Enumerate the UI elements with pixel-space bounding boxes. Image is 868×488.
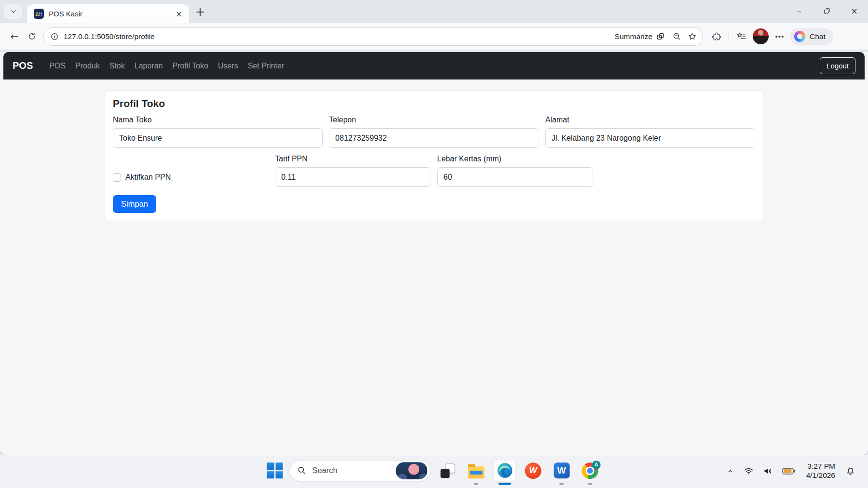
aktifkan-ppn-label: Aktifkan PPN <box>125 173 171 182</box>
logout-button[interactable]: Logout <box>820 57 855 74</box>
nav-item-stok[interactable]: Stok <box>105 62 130 70</box>
nav-item-laporan[interactable]: Laporan <box>130 62 168 70</box>
web-page: POS POS Produk Stok Laporan Profil Toko … <box>0 52 868 455</box>
refresh-icon <box>27 32 37 41</box>
field-nama-toko: Nama Toko <box>113 116 323 148</box>
copilot-summarize-icon <box>656 32 665 41</box>
favorites-star-list-icon <box>736 31 746 41</box>
taskbar-clock[interactable]: 3:27 PM 4/1/2026 <box>806 462 835 481</box>
field-telepon: Telepon <box>329 116 539 148</box>
windows-logo-icon <box>267 462 274 470</box>
wifi-icon <box>744 466 754 476</box>
chevron-down-icon <box>10 8 17 15</box>
wifi-button[interactable] <box>742 464 756 478</box>
field-tarif-ppn: Tarif PPN <box>275 155 431 187</box>
search-label: Search <box>312 466 396 475</box>
hidden-icons-chevron-button[interactable] <box>724 465 736 477</box>
aktifkan-ppn-checkbox[interactable] <box>113 173 121 182</box>
back-button[interactable]: ← <box>6 28 23 45</box>
taskbar-task-view-button[interactable] <box>437 460 459 482</box>
tab-strip: ΔH POS Kasir × + – × <box>0 0 868 23</box>
zoom-out-icon[interactable] <box>669 29 684 44</box>
nav-item-pos[interactable]: POS <box>44 62 70 70</box>
start-button[interactable] <box>267 462 284 479</box>
app-navbar: POS POS Produk Stok Laporan Profil Toko … <box>3 52 865 79</box>
taskbar-file-explorer-button[interactable] <box>465 460 488 482</box>
telepon-input[interactable] <box>329 128 539 148</box>
nav-item-set-printer[interactable]: Set Printer <box>243 62 289 70</box>
chrome-icon: A <box>582 462 598 479</box>
taskbar-search-box[interactable]: Search <box>290 460 431 481</box>
taskbar-wps-button[interactable]: W <box>522 460 544 482</box>
window-close-button[interactable]: × <box>841 0 868 22</box>
page-title: Profil Toko <box>113 98 755 109</box>
nama-toko-input[interactable] <box>113 128 323 148</box>
nav-item-produk[interactable]: Produk <box>70 62 105 70</box>
alamat-label: Alamat <box>545 116 755 124</box>
taskbar-chrome-button[interactable]: A <box>579 460 601 482</box>
profile-avatar[interactable] <box>753 28 769 44</box>
running-indicator <box>559 483 564 485</box>
tarif-ppn-input[interactable] <box>275 167 431 187</box>
alamat-input[interactable] <box>545 128 755 148</box>
speaker-icon <box>763 466 773 476</box>
save-button[interactable]: Simpan <box>113 195 156 213</box>
clock-date: 4/1/2026 <box>806 471 835 481</box>
favorites-bar-button[interactable] <box>732 28 750 45</box>
navbar-brand[interactable]: POS <box>13 60 33 71</box>
edge-icon <box>496 462 513 479</box>
word-icon: W <box>554 462 570 478</box>
copilot-icon <box>794 31 805 42</box>
settings-more-button[interactable]: ••• <box>772 28 788 45</box>
file-explorer-icon <box>468 466 485 478</box>
toolbar-divider <box>729 31 729 42</box>
battery-button[interactable] <box>780 465 797 476</box>
search-icon <box>298 466 307 475</box>
tab-close-button[interactable]: × <box>173 8 185 20</box>
nama-toko-label: Nama Toko <box>113 116 323 124</box>
running-indicator <box>588 483 592 485</box>
tarif-ppn-label: Tarif PPN <box>275 155 431 163</box>
field-aktifkan-ppn: Aktifkan PPN <box>113 155 269 187</box>
volume-button[interactable] <box>761 464 775 478</box>
add-favorite-star-icon[interactable] <box>684 29 700 44</box>
nav-item-users[interactable]: Users <box>213 62 243 70</box>
system-tray: 3:27 PM 4/1/2026 z <box>724 462 857 481</box>
chevron-up-icon <box>726 467 734 475</box>
restore-icon <box>824 8 830 14</box>
bell-dnd-icon: z <box>845 466 855 476</box>
field-lebar-kertas: Lebar Kertas (mm) <box>437 155 593 187</box>
site-info-icon[interactable] <box>50 32 59 41</box>
telepon-label: Telepon <box>329 116 539 124</box>
taskbar-word-button[interactable]: W <box>551 460 573 482</box>
window-minimize-button[interactable]: – <box>786 0 813 22</box>
chrome-profile-badge: A <box>592 461 601 469</box>
field-alamat: Alamat <box>545 116 755 148</box>
url-text: 127.0.0.1:5050/store/profile <box>64 32 615 41</box>
puzzle-icon <box>712 32 721 41</box>
profil-toko-card: Profil Toko Nama Toko Telepon Alamat <box>105 90 763 221</box>
summarize-button[interactable]: Summarize <box>615 32 665 41</box>
browser-tab-pos-kasir[interactable]: ΔH POS Kasir × <box>27 4 189 23</box>
lebar-kertas-input[interactable] <box>437 167 593 187</box>
site-favicon-icon: ΔH <box>34 9 44 19</box>
running-indicator <box>474 483 478 485</box>
taskbar-edge-button[interactable] <box>494 460 516 482</box>
copilot-chat-button[interactable]: Chat <box>790 28 833 45</box>
address-bar[interactable]: 127.0.0.1:5050/store/profile Summarize <box>43 27 703 46</box>
tab-title: POS Kasir <box>49 10 173 18</box>
search-highlight-image[interactable] <box>396 462 428 479</box>
new-tab-button[interactable]: + <box>192 4 208 20</box>
browser-window: ΔH POS Kasir × + – × ← <box>0 0 868 455</box>
nav-item-profil-toko[interactable]: Profil Toko <box>167 62 213 70</box>
notifications-button[interactable]: z <box>843 464 857 478</box>
window-controls: – × <box>786 0 868 22</box>
battery-icon <box>782 467 795 475</box>
window-restore-button[interactable] <box>813 0 841 22</box>
clock-time: 3:27 PM <box>806 462 835 471</box>
extensions-button[interactable] <box>708 28 725 45</box>
tab-search-dropdown-button[interactable] <box>4 4 22 19</box>
refresh-button[interactable] <box>23 28 41 45</box>
task-view-icon <box>440 463 456 478</box>
active-running-indicator <box>499 483 511 485</box>
